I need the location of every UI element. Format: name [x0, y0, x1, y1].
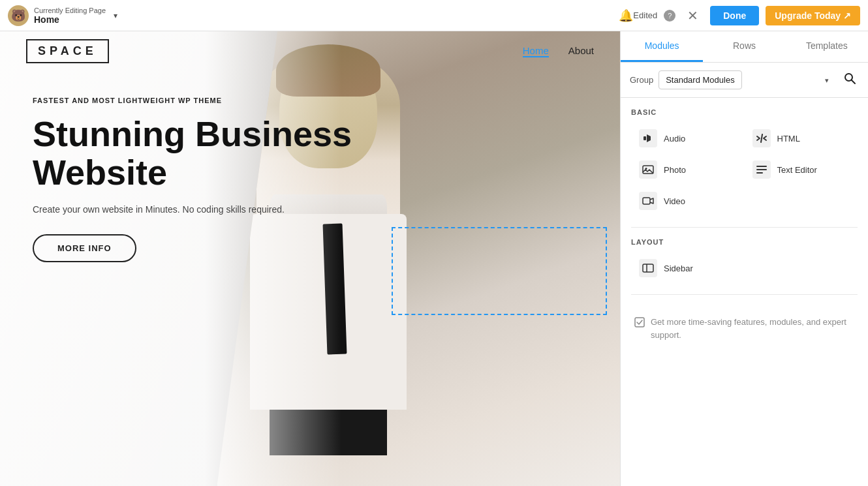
right-panel: Modules Rows Templates Group Standard Mo…: [620, 31, 868, 486]
tab-templates[interactable]: Templates: [786, 31, 868, 62]
hero-tagline: FASTEST AND MOST LIGHTWEIGHT WP THEME: [33, 97, 365, 104]
module-html-label: HTML: [777, 134, 800, 144]
group-select[interactable]: Standard Modules: [659, 70, 742, 89]
group-select-wrapper: Standard Modules ▾: [659, 70, 835, 89]
module-sidebar-label: Sidebar: [664, 264, 693, 273]
avatar: 🐻: [8, 5, 29, 26]
upsell-section: Get more time-saving features, modules, …: [621, 305, 868, 352]
layout-modules-grid: Sidebar: [621, 252, 868, 284]
module-text-editor[interactable]: Text Editor: [745, 154, 858, 185]
module-photo[interactable]: Photo: [631, 154, 745, 185]
svg-rect-9: [643, 198, 650, 204]
help-icon[interactable]: ?: [664, 10, 675, 22]
upsell-icon: [634, 316, 645, 331]
svg-rect-12: [635, 318, 644, 327]
select-dropdown-arrow: ▾: [825, 76, 829, 84]
tab-modules[interactable]: Modules: [621, 31, 703, 62]
panel-tabs: Modules Rows Templates: [621, 31, 868, 63]
more-info-button[interactable]: MORE INFO: [33, 234, 136, 262]
svg-rect-2: [643, 136, 646, 140]
module-photo-label: Photo: [664, 165, 686, 175]
audio-icon: [639, 129, 657, 147]
group-label: Group: [630, 75, 653, 85]
edited-label: Edited: [633, 10, 657, 20]
svg-line-1: [852, 80, 856, 84]
hero-content: FASTEST AND MOST LIGHTWEIGHT WP THEME St…: [0, 31, 392, 288]
section-divider: [631, 227, 858, 228]
svg-rect-8: [756, 172, 763, 174]
top-bar-center: 🔔: [619, 8, 633, 23]
search-icon: [843, 72, 856, 85]
top-bar: 🐻 Currently Editing Page Home ▾ 🔔 Edited…: [0, 0, 868, 31]
photo-icon: [639, 160, 657, 179]
nav-links: Home About: [523, 45, 594, 57]
module-text-editor-label: Text Editor: [777, 165, 817, 175]
page-name: Home: [34, 14, 106, 25]
sidebar-icon: [639, 259, 657, 277]
panel-toolbar: Group Standard Modules ▾: [621, 63, 868, 98]
notifications-icon[interactable]: 🔔: [619, 8, 633, 23]
upgrade-button[interactable]: Upgrade Today ↗: [766, 6, 860, 25]
video-icon: [639, 192, 657, 210]
panel-content: BASIC Audio: [621, 98, 868, 486]
main-area: SPACE Home About FASTEST AND MOST LIGHTW…: [0, 31, 868, 486]
module-audio[interactable]: Audio: [631, 123, 745, 154]
page-dropdown-arrow[interactable]: ▾: [114, 11, 117, 20]
svg-rect-6: [756, 166, 767, 167]
layout-section-label: LAYOUT: [621, 238, 868, 252]
editing-label: Currently Editing Page: [34, 7, 106, 14]
module-video-label: Video: [664, 196, 685, 206]
close-button[interactable]: ✕: [682, 5, 704, 26]
search-button[interactable]: [841, 69, 859, 91]
basic-modules-grid: Audio HTML: [621, 123, 868, 217]
module-sidebar[interactable]: Sidebar: [631, 252, 745, 284]
nav-link-home[interactable]: Home: [523, 45, 549, 57]
html-icon: [752, 129, 771, 147]
page-preview: SPACE Home About FASTEST AND MOST LIGHTW…: [0, 31, 620, 486]
hero-subtitle: Create your own website in Minutes. No c…: [33, 204, 365, 215]
svg-rect-10: [643, 264, 653, 272]
hero-title-line1: Stunning Business: [33, 114, 352, 153]
basic-section-label: BASIC: [621, 108, 868, 123]
svg-line-3: [761, 134, 762, 142]
section-divider-2: [631, 294, 858, 295]
upsell-text: Get more time-saving features, modules, …: [651, 316, 855, 341]
tab-rows[interactable]: Rows: [703, 31, 785, 62]
module-video[interactable]: Video: [631, 185, 745, 217]
module-audio-label: Audio: [664, 134, 685, 144]
nav-link-about[interactable]: About: [568, 45, 594, 57]
editing-info: Currently Editing Page Home: [34, 7, 106, 25]
done-button[interactable]: Done: [710, 6, 759, 25]
text-editor-icon: [752, 160, 771, 179]
top-bar-left: 🐻 Currently Editing Page Home ▾: [8, 5, 619, 26]
top-bar-right: Edited ? ✕ Done Upgrade Today ↗: [633, 5, 860, 26]
hero-title: Stunning Business Website: [33, 115, 365, 192]
svg-rect-7: [756, 169, 767, 170]
module-html[interactable]: HTML: [745, 123, 858, 154]
hero-title-line2: Website: [33, 153, 167, 192]
